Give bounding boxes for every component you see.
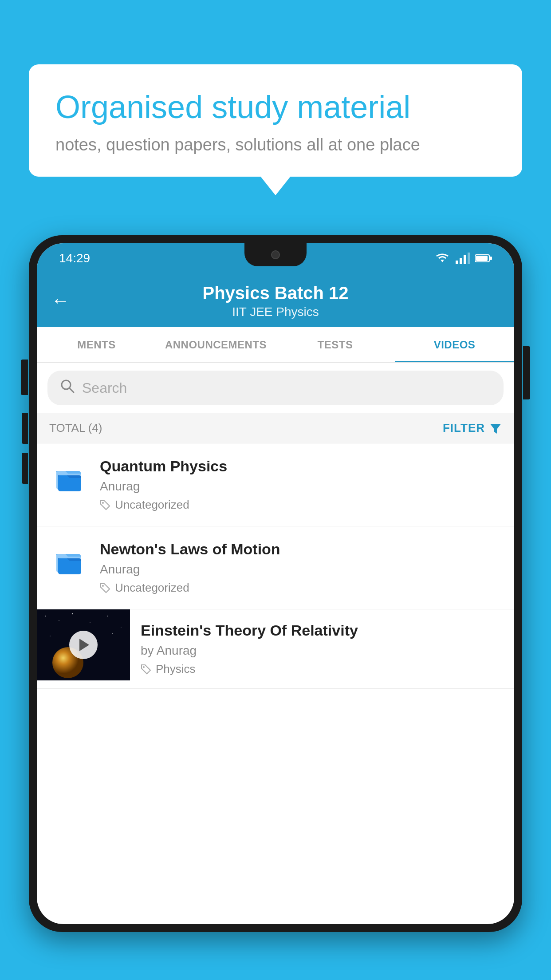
svg-line-9 — [69, 388, 74, 392]
filter-button[interactable]: FILTER — [443, 421, 502, 435]
folder-svg — [53, 461, 86, 494]
list-item[interactable]: Newton's Laws of Motion Anurag Uncategor… — [37, 526, 514, 609]
svg-rect-2 — [460, 258, 462, 264]
search-placeholder: Search — [82, 380, 127, 396]
play-triangle-icon — [79, 639, 89, 651]
filter-bar: TOTAL (4) FILTER — [37, 413, 514, 443]
folder-icon — [49, 541, 89, 581]
video-title: Quantum Physics — [100, 458, 502, 475]
svg-point-21 — [90, 622, 91, 623]
camera-dot — [271, 250, 280, 259]
tab-announcements[interactable]: ANNOUNCEMENTS — [156, 327, 276, 362]
tag-icon — [141, 664, 151, 675]
svg-point-27 — [143, 666, 145, 668]
battery-icon — [475, 253, 492, 263]
video-tag: Uncategorized — [100, 581, 502, 595]
bubble-title: Organised study material — [55, 89, 496, 126]
back-button[interactable]: ← — [51, 290, 70, 311]
svg-rect-3 — [464, 255, 466, 264]
volume-down-button[interactable] — [22, 453, 28, 484]
tag-text: Physics — [156, 662, 196, 676]
tag-icon — [100, 583, 110, 593]
tag-icon — [100, 500, 110, 510]
video-author: Anurag — [100, 479, 502, 494]
list-item[interactable]: Quantum Physics Anurag Uncategorized — [37, 443, 514, 526]
signal-icon — [456, 253, 470, 264]
list-item[interactable]: Einstein's Theory Of Relativity by Anura… — [37, 609, 514, 689]
svg-rect-6 — [476, 256, 488, 261]
video-list: Quantum Physics Anurag Uncategorized — [37, 443, 514, 689]
video-info: Newton's Laws of Motion Anurag Uncategor… — [100, 541, 502, 595]
header-subtitle: IIT JEE Physics — [55, 305, 496, 319]
search-icon — [60, 379, 75, 397]
video-author: Anurag — [100, 562, 502, 577]
svg-point-23 — [121, 627, 121, 627]
tag-text: Uncategorized — [115, 581, 189, 595]
phone-container: 14:29 — [29, 235, 522, 980]
svg-point-19 — [59, 620, 59, 621]
search-container: Search — [37, 363, 514, 413]
notch — [244, 243, 307, 266]
play-button[interactable] — [69, 631, 98, 659]
svg-point-25 — [112, 633, 113, 634]
tab-ments[interactable]: MENTS — [37, 327, 156, 362]
filter-icon — [489, 422, 502, 435]
app-header: ← Physics Batch 12 IIT JEE Physics — [37, 273, 514, 327]
header-title: Physics Batch 12 — [55, 283, 496, 303]
tab-videos[interactable]: VIDEOS — [395, 327, 514, 362]
video-author: by Anurag — [141, 644, 504, 658]
svg-rect-1 — [456, 261, 458, 264]
svg-point-22 — [107, 616, 108, 616]
status-bar: 14:29 — [37, 243, 514, 273]
tag-text: Uncategorized — [115, 498, 189, 512]
svg-point-20 — [72, 613, 73, 614]
bubble-subtitle: notes, question papers, solutions all at… — [55, 135, 496, 154]
speech-bubble: Organised study material notes, question… — [29, 64, 522, 177]
speech-bubble-container: Organised study material notes, question… — [29, 64, 522, 177]
einstein-thumbnail — [37, 609, 130, 680]
folder-svg — [53, 544, 86, 577]
svg-point-13 — [102, 502, 104, 504]
tab-tests[interactable]: TESTS — [276, 327, 395, 362]
volume-up-button[interactable] — [22, 413, 28, 444]
phone-screen: 14:29 — [37, 243, 514, 924]
tabs-container: MENTS ANNOUNCEMENTS TESTS VIDEOS — [37, 327, 514, 363]
filter-label: FILTER — [443, 421, 485, 435]
svg-marker-10 — [490, 424, 501, 434]
video-info: Einstein's Theory Of Relativity by Anura… — [130, 609, 514, 688]
video-title: Einstein's Theory Of Relativity — [141, 622, 504, 639]
svg-rect-7 — [490, 257, 492, 260]
svg-point-16 — [102, 585, 104, 587]
search-bar[interactable]: Search — [47, 371, 504, 405]
svg-marker-0 — [441, 260, 444, 262]
video-tag: Physics — [141, 662, 504, 676]
video-info: Quantum Physics Anurag Uncategorized — [100, 458, 502, 512]
status-icons — [434, 253, 492, 264]
wifi-icon — [434, 253, 450, 264]
svg-rect-4 — [468, 253, 470, 264]
status-time: 14:29 — [59, 251, 90, 265]
folder-icon — [49, 458, 89, 498]
phone-outer: 14:29 — [29, 235, 522, 932]
svg-point-18 — [45, 616, 46, 616]
svg-point-24 — [50, 636, 51, 636]
video-tag: Uncategorized — [100, 498, 502, 512]
total-count: TOTAL (4) — [49, 421, 102, 435]
video-title: Newton's Laws of Motion — [100, 541, 502, 558]
